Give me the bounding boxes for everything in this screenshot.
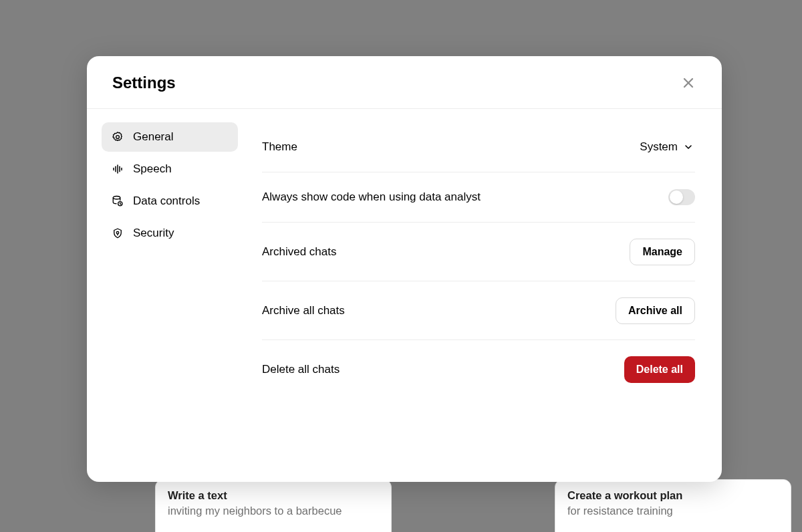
settings-modal: Settings General <box>87 56 722 482</box>
archive-all-label: Archive all chats <box>262 304 345 317</box>
suggestion-subtitle: inviting my neighbors to a barbecue <box>168 505 379 517</box>
row-delete-all: Delete all chats Delete all <box>262 340 695 399</box>
database-icon <box>111 194 124 208</box>
row-archived-chats: Archived chats Manage <box>262 223 695 281</box>
sidebar-item-security[interactable]: Security <box>102 219 238 248</box>
svg-point-2 <box>116 136 120 139</box>
archived-label: Archived chats <box>262 245 337 259</box>
sidebar-item-label: Speech <box>133 162 172 176</box>
modal-header: Settings <box>87 56 722 109</box>
code-toggle[interactable] <box>668 189 695 205</box>
waveform-icon <box>111 162 124 176</box>
chevron-down-icon <box>683 142 694 152</box>
sidebar-item-general[interactable]: General <box>102 122 238 152</box>
settings-content: Theme System Always show code when using… <box>246 122 722 482</box>
modal-body: General Speech <box>87 109 722 482</box>
delete-all-button[interactable]: Delete all <box>624 356 695 383</box>
code-toggle-label: Always show code when using data analyst <box>262 190 481 204</box>
modal-title: Settings <box>112 74 176 92</box>
suggestion-title: Create a workout plan <box>567 489 779 502</box>
theme-value: System <box>640 140 678 154</box>
theme-dropdown[interactable]: System <box>638 136 695 158</box>
sidebar-item-label: Data controls <box>133 194 200 208</box>
archive-all-button[interactable]: Archive all <box>616 297 695 324</box>
delete-all-label: Delete all chats <box>262 363 340 376</box>
close-button[interactable] <box>679 74 698 92</box>
manage-button[interactable]: Manage <box>630 239 695 265</box>
sidebar-item-label: Security <box>133 227 174 240</box>
toggle-knob <box>670 190 683 204</box>
shield-icon <box>111 227 124 240</box>
sidebar-item-speech[interactable]: Speech <box>102 154 238 184</box>
svg-point-8 <box>113 196 120 200</box>
gear-icon <box>111 130 124 144</box>
sidebar-item-data-controls[interactable]: Data controls <box>102 186 238 216</box>
row-theme: Theme System <box>262 122 695 172</box>
row-archive-all: Archive all chats Archive all <box>262 281 695 340</box>
theme-label: Theme <box>262 140 297 154</box>
suggestion-subtitle: for resistance training <box>567 505 779 517</box>
settings-sidebar: General Speech <box>87 122 246 482</box>
suggestion-card[interactable]: Create a workout plan for resistance tra… <box>555 479 791 532</box>
suggestion-title: Write a text <box>168 489 379 502</box>
suggestion-card[interactable]: Write a text inviting my neighbors to a … <box>155 479 392 532</box>
close-icon <box>682 76 695 90</box>
sidebar-item-label: General <box>133 130 173 144</box>
row-code-toggle: Always show code when using data analyst <box>262 172 695 223</box>
